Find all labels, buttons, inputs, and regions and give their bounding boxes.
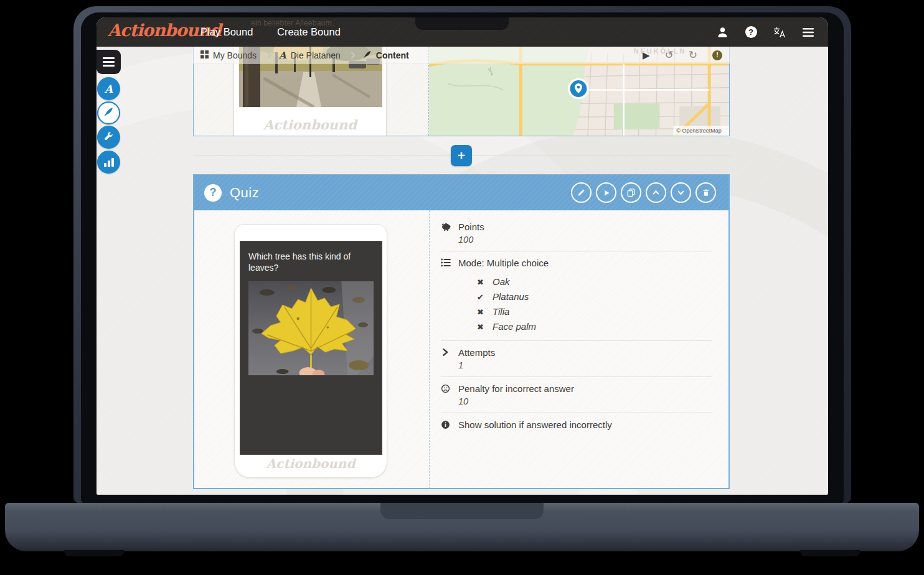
breadcrumb-separator <box>348 52 355 58</box>
breadcrumb-my-bounds[interactable]: My Bounds <box>200 50 257 60</box>
laptop-camera-notch <box>415 17 509 30</box>
alert-icon[interactable]: ! <box>712 50 722 60</box>
breadcrumb-content[interactable]: Content <box>363 50 409 60</box>
wrong-x-icon: ✖ <box>477 278 486 287</box>
quiz-element-card: ? Quiz <box>193 174 730 489</box>
wrench-icon <box>104 131 114 144</box>
quiz-question-text: Which tree has this kind of leaves? <box>240 241 382 273</box>
phone-preview: Which tree has this kind of leaves? <box>234 224 387 478</box>
undo-icon[interactable]: ↺ <box>665 50 674 60</box>
quiz-preview-panel: Which tree has this kind of leaves? <box>194 210 429 489</box>
delete-trash-button[interactable] <box>695 182 716 203</box>
answer-row-correct: ✔ Platanus <box>477 291 712 302</box>
wrong-x-icon: ✖ <box>477 322 486 332</box>
menu-icon[interactable] <box>802 26 814 39</box>
translate-icon[interactable] <box>773 26 786 39</box>
sidebar-menu-button[interactable] <box>97 50 121 74</box>
quiz-body: Which tree has this kind of leaves? <box>194 210 728 489</box>
play-icon[interactable]: ▶ <box>643 50 650 60</box>
quiz-actions <box>571 182 716 203</box>
play-preview-button[interactable] <box>596 182 616 203</box>
points-value: 100 <box>458 235 484 245</box>
wrong-x-icon: ✖ <box>477 307 486 317</box>
answer-row-wrong: ✖ Oak <box>477 276 712 287</box>
sad-face-icon <box>441 383 451 406</box>
breadcrumb: My Bounds A Die Platanen Content ▶ ↺ ↻ ! <box>193 47 730 64</box>
quiz-title: Quiz <box>230 185 259 201</box>
sidebar-item-content[interactable] <box>97 101 120 124</box>
paper-plane-icon: A <box>279 50 286 61</box>
bar-chart-icon <box>104 158 114 167</box>
quiz-header: ? Quiz <box>194 175 728 210</box>
breadcrumb-bound-name[interactable]: A Die Platanen <box>279 50 341 61</box>
phone-watermark: Actionbound <box>234 117 386 133</box>
bound-logo-icon: A <box>105 83 113 95</box>
quiz-details-panel: Points 100 Mode: Multiple choice <box>429 210 728 489</box>
answer-list: ✖ Oak ✔ Platanus ✖ Tilia <box>477 276 712 332</box>
quiz-type-icon: ? <box>204 184 222 202</box>
feather-icon <box>363 50 372 60</box>
map-marker <box>568 78 589 100</box>
nav-create-bound[interactable]: Create Bound <box>277 17 341 47</box>
piggy-bank-icon <box>441 222 451 245</box>
laptop-foot <box>800 550 860 556</box>
breadcrumb-separator <box>264 52 271 58</box>
redo-icon[interactable]: ↻ <box>689 50 697 60</box>
phone-screen: Which tree has this kind of leaves? <box>240 241 382 455</box>
info-icon <box>441 419 451 432</box>
move-down-button[interactable] <box>671 182 691 203</box>
move-up-button[interactable] <box>646 182 666 203</box>
correct-check-icon: ✔ <box>477 292 486 302</box>
sidebar-item-statistics[interactable] <box>97 151 120 174</box>
laptop-base-notch <box>380 503 544 519</box>
laptop-foot <box>64 550 124 556</box>
add-element-row: + <box>193 145 730 166</box>
chevron-right-icon <box>441 347 451 370</box>
help-icon[interactable]: ? <box>745 26 757 39</box>
answer-row-wrong: ✖ Tilia <box>477 306 712 317</box>
feather-icon <box>103 106 114 119</box>
laptop-base <box>5 503 919 551</box>
points-row: Points 100 <box>441 222 712 245</box>
mode-row: Mode: Multiple choice ✖ Oak ✔ Platanus <box>441 258 712 334</box>
leaf-photo <box>248 281 374 375</box>
answer-row-wrong: ✖ Face palm <box>477 321 712 332</box>
edit-pencil-button[interactable] <box>571 182 592 203</box>
list-icon <box>441 258 451 334</box>
nav-play-bound[interactable]: Play Bound <box>200 17 253 47</box>
penalty-value: 10 <box>458 396 574 406</box>
add-element-button[interactable]: + <box>451 145 472 166</box>
grid-icon <box>200 50 209 60</box>
stage-toolbar: ▶ ↺ ↻ ! <box>643 50 722 60</box>
sidebar-item-bound[interactable]: A <box>97 77 120 100</box>
phone-watermark: Actionbound <box>235 456 387 471</box>
duplicate-button[interactable] <box>621 182 641 203</box>
solution-row: Show solution if answered incorrectly <box>441 419 712 432</box>
map-attribution: © OpenStreetMap <box>676 128 721 134</box>
attempts-row: Attempts 1 <box>441 347 712 370</box>
attempts-value: 1 <box>458 360 495 370</box>
app-screen: ein beliebter Alleebaum. Actionbound Pla… <box>97 17 828 495</box>
penalty-row: Penalty for incorrect answer 10 <box>441 383 712 406</box>
sidebar-item-settings[interactable] <box>97 126 120 149</box>
user-icon[interactable] <box>716 26 728 39</box>
